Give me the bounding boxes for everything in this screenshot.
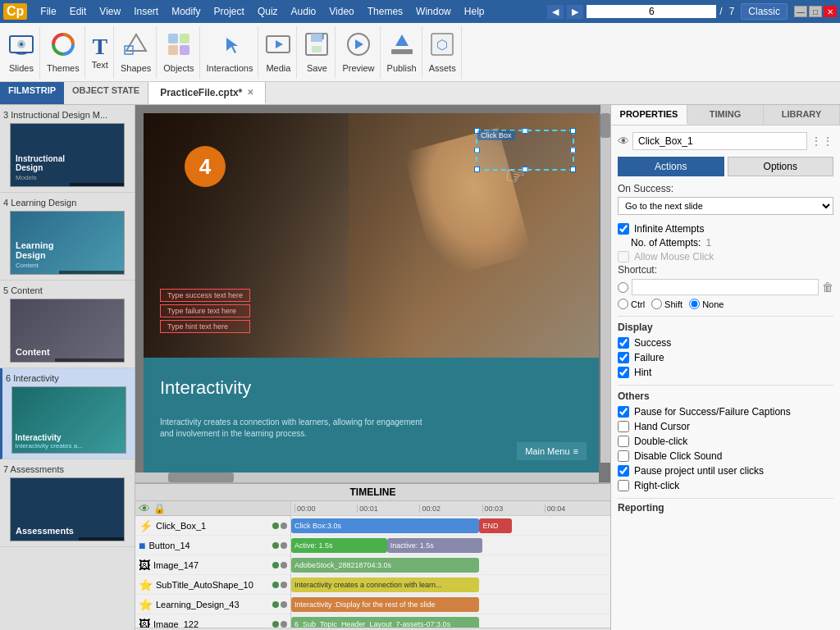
shift-label: Shift	[664, 299, 682, 309]
image2-dot-lock[interactable]	[281, 621, 287, 628]
menu-view[interactable]: View	[93, 3, 127, 20]
learning-track-bar[interactable]: Interactivity :Display for the rest of t…	[291, 597, 479, 612]
toolbar-assets[interactable]: ⬡ Assets	[424, 26, 462, 79]
resize-handle-t[interactable]	[523, 128, 528, 134]
subtitle-track-bar[interactable]: Interactivity creates a connection with …	[291, 578, 479, 592]
slide-current-input[interactable]	[587, 5, 716, 18]
shortcut-text-input[interactable]	[632, 279, 819, 295]
canvas-scrollbar-v[interactable]	[600, 105, 610, 463]
filmstrip-tab[interactable]: FILMSTRIP	[0, 82, 64, 104]
filmstrip-item-4[interactable]: 4 Learning Design Learning Design Conten…	[0, 193, 135, 281]
display-hint-checkbox[interactable]	[618, 367, 629, 378]
click-box-dot-lock[interactable]	[281, 523, 287, 529]
toolbar-objects[interactable]: Objects	[158, 26, 199, 79]
object-state-tab[interactable]: OBJECT STATE	[64, 82, 148, 104]
eye-icon[interactable]: 👁	[139, 502, 150, 515]
lock-icon[interactable]: 🔒	[153, 503, 166, 514]
image-dot-eye[interactable]	[272, 562, 279, 568]
panel-tab-properties[interactable]: PROPERTIES	[611, 105, 687, 125]
image-dot-lock[interactable]	[281, 562, 287, 568]
learning-dot-eye[interactable]	[272, 601, 279, 608]
none-radio[interactable]	[689, 299, 700, 309]
toolbar-save[interactable]: Save	[299, 26, 336, 79]
maximize-btn[interactable]: □	[809, 6, 822, 17]
shift-radio[interactable]	[651, 299, 662, 309]
filmstrip-item-6[interactable]: 6 Interactivity Interactivity Interactiv…	[0, 368, 135, 459]
click-box-dot-eye[interactable]	[272, 523, 279, 529]
toolbar-themes[interactable]: Themes	[42, 26, 85, 79]
file-tab[interactable]: PracticeFile.cptx* ✕	[148, 82, 266, 104]
menu-insert[interactable]: Insert	[127, 3, 165, 20]
toolbar-slides[interactable]: Slides	[3, 26, 40, 79]
button-dot-eye[interactable]	[272, 542, 279, 549]
toolbar-interactions[interactable]: Interactions	[202, 26, 259, 79]
options-tab-btn[interactable]: Options	[728, 157, 834, 176]
button-dot-lock[interactable]	[281, 542, 287, 549]
button-row-name: Button_14	[148, 541, 269, 550]
click-box-track-bar[interactable]: Click Box:3.0s	[291, 518, 479, 533]
menu-video[interactable]: Video	[322, 3, 360, 20]
menu-help[interactable]: Help	[458, 3, 491, 20]
pause-success-checkbox[interactable]	[618, 406, 629, 418]
button-active-bar[interactable]: Active: 1.5s	[291, 538, 387, 553]
panel-tab-library[interactable]: LIBRARY	[764, 105, 840, 125]
menu-file[interactable]: File	[34, 3, 62, 20]
canvas-scrollbar-h[interactable]	[135, 472, 599, 482]
hand-cursor-checkbox[interactable]	[618, 421, 629, 432]
menu-project[interactable]: Project	[208, 3, 251, 20]
toolbar-text[interactable]: T Text	[87, 26, 114, 79]
actions-tab-btn[interactable]: Actions	[618, 157, 724, 176]
display-failure-checkbox[interactable]	[618, 352, 629, 363]
eye-prop-icon[interactable]: 👁	[618, 135, 629, 148]
reporting-title: Reporting	[618, 502, 833, 514]
pause-until-clicks-checkbox[interactable]	[618, 465, 629, 477]
resize-handle-tr[interactable]	[570, 128, 576, 134]
nav-next-btn[interactable]: ▶	[567, 5, 583, 19]
resize-handle-bl[interactable]	[474, 167, 480, 172]
allow-mouse-click-checkbox[interactable]	[618, 251, 629, 262]
scrollbar-v-thumb[interactable]	[600, 113, 610, 138]
menu-quiz[interactable]: Quiz	[251, 3, 285, 20]
nav-prev-btn[interactable]: ◀	[547, 5, 564, 19]
scrollbar-h-thumb[interactable]	[168, 472, 234, 482]
close-btn[interactable]: ✕	[824, 6, 837, 17]
filmstrip-item-3[interactable]: 3 Instructional Design M... Instructiona…	[0, 105, 135, 193]
toolbar-shapes[interactable]: Shapes	[116, 26, 157, 79]
menu-themes[interactable]: Themes	[361, 3, 409, 20]
subtitle-dot-lock[interactable]	[281, 582, 287, 588]
menu-audio[interactable]: Audio	[285, 3, 323, 20]
toolbar-preview[interactable]: Preview	[337, 26, 380, 79]
ctrl-radio[interactable]	[618, 299, 628, 309]
image-track-bar[interactable]: AdobeStock_288218704:3.0s	[291, 558, 479, 573]
subtitle-dot-eye[interactable]	[272, 582, 279, 588]
panel-tab-timing[interactable]: TIMING	[687, 105, 764, 125]
disable-click-sound-checkbox[interactable]	[618, 450, 629, 462]
display-success-checkbox[interactable]	[618, 337, 629, 349]
menu-edit[interactable]: Edit	[63, 3, 94, 20]
object-name-input[interactable]	[632, 132, 807, 150]
image2-dot-eye[interactable]	[272, 621, 279, 628]
learning-dot-lock[interactable]	[281, 601, 287, 608]
main-menu-button[interactable]: Main Menu ≡	[517, 442, 587, 460]
action-tabs: Actions Options	[618, 157, 833, 176]
resize-handle-br[interactable]	[570, 167, 576, 172]
resize-handle-l[interactable]	[474, 148, 480, 153]
menu-window[interactable]: Window	[409, 3, 458, 20]
minimize-btn[interactable]: —	[794, 6, 807, 17]
mode-btn[interactable]: Classic	[741, 3, 788, 20]
file-tab-close[interactable]: ✕	[247, 88, 253, 97]
double-click-checkbox[interactable]	[618, 436, 629, 447]
image2-track-bar[interactable]: 6_Sub_Topic_Header_Layout_7-assets-07:3.…	[291, 617, 479, 628]
resize-handle-r[interactable]	[570, 148, 576, 153]
filmstrip-item-5[interactable]: 5 Content Content	[0, 281, 135, 368]
shortcut-radio[interactable]	[618, 282, 628, 293]
filmstrip-item-7[interactable]: 7 Assessments Assessments	[0, 459, 135, 547]
menu-modify[interactable]: Modify	[165, 3, 207, 20]
panel-options-icon[interactable]: ⋮⋮	[810, 135, 833, 148]
toolbar-publish[interactable]: Publish	[382, 26, 422, 79]
infinite-attempts-checkbox[interactable]	[618, 223, 629, 235]
toolbar-media[interactable]: Media	[260, 26, 297, 79]
right-click-checkbox[interactable]	[618, 480, 629, 491]
shortcut-delete-btn[interactable]: 🗑	[822, 281, 833, 294]
on-success-select[interactable]: Go to the next slide Go to previous slid…	[618, 197, 833, 215]
